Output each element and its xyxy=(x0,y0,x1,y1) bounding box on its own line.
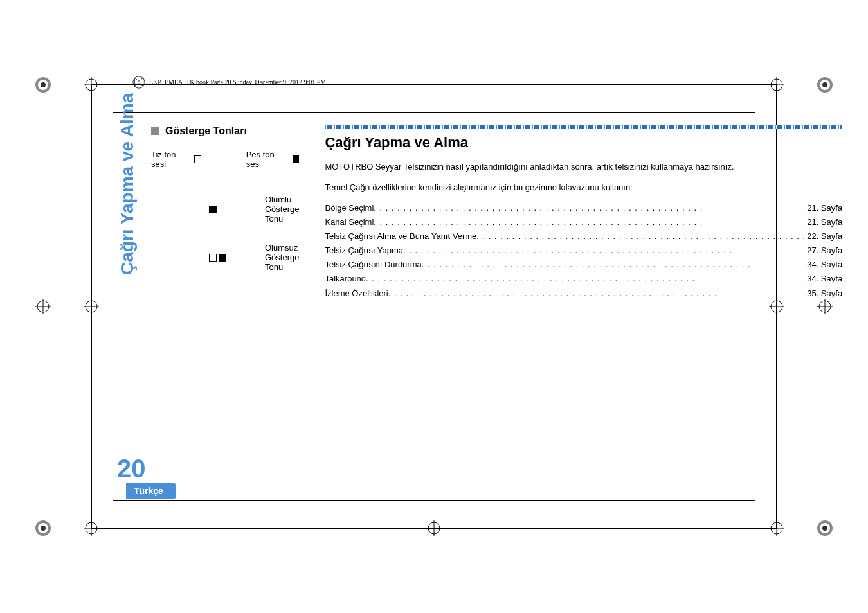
high-tone-label: Tiz ton sesi xyxy=(151,150,189,169)
toc-page: 21. Sayfa xyxy=(806,201,842,215)
toc-page: 27. Sayfa xyxy=(806,244,842,258)
page-number: 20 xyxy=(117,454,146,483)
tone-block-icon xyxy=(209,206,217,213)
svg-point-28 xyxy=(822,526,827,531)
toc-row: Telsiz Çağrısı Alma ve Buna Yanıt Verme … xyxy=(325,229,842,244)
registration-mark-icon xyxy=(84,520,99,536)
toc-page: 22. Sayfa xyxy=(806,229,842,244)
toc-leader xyxy=(388,287,806,301)
tone-legend-low: Pes ton sesi xyxy=(246,150,300,169)
low-tone-icon xyxy=(293,155,300,163)
side-tab-label: Çağrı Yapma ve Alma xyxy=(117,93,137,275)
toc-page: 35. Sayfa xyxy=(806,287,842,301)
registration-mark-icon xyxy=(84,299,99,314)
toc-leader xyxy=(403,244,806,258)
toc-label: Talkaround xyxy=(325,272,366,286)
toc-row: İzleme Özellikleri 35. Sayfa xyxy=(325,287,842,301)
registration-mark-icon xyxy=(769,77,784,93)
heading-divider xyxy=(325,125,842,129)
section-side-tab: Çağrı Yapma ve Alma xyxy=(117,93,138,275)
corner-mark-icon xyxy=(35,520,51,536)
toc-page: 34. Sayfa xyxy=(806,258,842,272)
header-filename: LKP_EMEA_TK.book Page 20 Sunday, Decembe… xyxy=(149,78,326,85)
toc-label: Kanal Seçimi xyxy=(325,215,374,229)
tone-legend-high: Tiz ton sesi xyxy=(151,150,201,169)
corner-mark-icon xyxy=(817,520,833,536)
header-divider xyxy=(136,75,732,75)
corner-mark-icon xyxy=(817,77,833,93)
toc-leader xyxy=(374,201,806,215)
positive-tone-pattern xyxy=(209,206,226,213)
toc-label: Telsiz Çağrısı Alma ve Buna Yanıt Verme xyxy=(325,229,476,244)
negative-tone-pattern xyxy=(209,254,226,262)
registration-mark-icon xyxy=(84,77,99,93)
section-title: Gösterge Tonları xyxy=(165,125,247,137)
corner-mark-icon xyxy=(35,299,51,314)
section-heading: Gösterge Tonları xyxy=(151,125,299,137)
toc-row: Kanal Seçimi 21. Sayfa xyxy=(325,215,842,229)
book-indicator-icon xyxy=(132,76,145,89)
toc-label: Bölge Seçimi xyxy=(325,201,374,215)
toc-row: Bölge Seçimi 21. Sayfa xyxy=(325,201,842,215)
toc-leader xyxy=(366,272,806,286)
high-tone-icon xyxy=(194,155,201,163)
toc-label: Telsiz Çağrısı Yapma xyxy=(325,244,403,258)
registration-mark-icon xyxy=(769,520,784,536)
registration-mark-icon xyxy=(426,520,442,536)
svg-point-22 xyxy=(41,82,46,87)
toc-label: İzleme Özellikleri xyxy=(325,287,388,301)
toc-leader xyxy=(476,229,806,244)
svg-point-26 xyxy=(41,526,46,531)
positive-tone-label: Olumlu Gösterge Tonu xyxy=(265,195,299,224)
tone-block-icon xyxy=(219,206,226,213)
intro-paragraph-1: MOTOTRBO Seyyar Telsizinizin nasıl yapıl… xyxy=(325,161,842,173)
main-heading: Çağrı Yapma ve Alma xyxy=(325,134,842,151)
toc-label: Telsiz Çağrısını Durdurma xyxy=(325,258,421,272)
toc-page: 21. Sayfa xyxy=(806,215,842,229)
intro-paragraph-2: Temel Çağrı özelliklerine kendinizi alış… xyxy=(325,181,842,194)
toc-leader xyxy=(422,258,806,272)
low-tone-label: Pes ton sesi xyxy=(246,150,287,169)
toc-leader xyxy=(374,215,806,229)
toc-row: Talkaround 34. Sayfa xyxy=(325,272,842,286)
tone-block-icon xyxy=(219,254,226,262)
toc-row: Telsiz Çağrısı Yapma 27. Sayfa xyxy=(325,244,842,258)
svg-point-24 xyxy=(822,82,827,87)
corner-mark-icon xyxy=(35,77,51,93)
tone-block-icon xyxy=(209,254,217,262)
toc-row: Telsiz Çağrısını Durdurma 34. Sayfa xyxy=(325,258,842,272)
toc-page: 34. Sayfa xyxy=(806,272,842,286)
negative-tone-label: Olumsuz Gösterge Tonu xyxy=(265,243,299,272)
section-bullet-icon xyxy=(151,127,159,135)
